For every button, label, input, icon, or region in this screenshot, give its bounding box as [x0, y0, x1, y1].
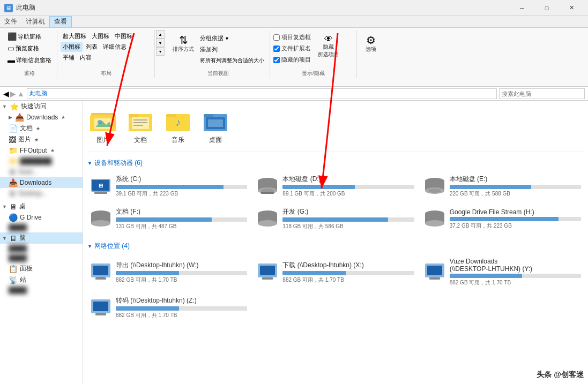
ribbon-btn-detail[interactable]: 详细信息 [101, 42, 129, 52]
panel-icon: 📋 [9, 265, 18, 273]
menu-file[interactable]: 文件 [0, 16, 21, 27]
sidebar-item-blurred-2[interactable]: ████ [0, 223, 83, 232]
drive-y-bar-container [450, 274, 581, 278]
up-button[interactable]: ▲ [17, 89, 25, 98]
drive-w-size: 882 GB 可用，共 1.70 TB [116, 276, 247, 284]
layout-scroll-expand[interactable]: ▾ [156, 47, 165, 56]
sidebar-item-blurred-desk[interactable]: 🖥 Desk... [0, 167, 83, 177]
checkbox-item-checkbox-input[interactable] [273, 34, 280, 41]
back-button[interactable]: ◀ [3, 89, 9, 98]
devices-section-header[interactable]: 设备和驱动器 (6) [87, 156, 584, 170]
menu-computer[interactable]: 计算机 [21, 16, 49, 27]
folder-pictures[interactable]: 图片 [87, 105, 118, 147]
folder-music[interactable]: ♪ 音乐 [162, 105, 193, 147]
options-icon: ⚙ [366, 35, 376, 46]
drive-g-name: 开发 (G:) [282, 207, 414, 216]
search-input[interactable] [499, 88, 585, 99]
drive-f-icon [90, 209, 111, 229]
sidebar-item-documents[interactable]: 📄 文档 ★ [0, 123, 83, 134]
svg-rect-9 [129, 114, 138, 117]
ribbon-btn-content[interactable]: 内容 [78, 52, 94, 63]
drive-h-name: Google Drive File Stream (H:) [450, 208, 581, 216]
ribbon-btn-details-pane[interactable]: ▬详细信息窗格 [5, 55, 54, 65]
svg-rect-18 [204, 114, 213, 117]
drive-c-icon: ⊞ [90, 177, 111, 196]
sidebar-item-blurred-desktop[interactable]: 🖥 Desktop... [0, 188, 83, 199]
folder-documents[interactable]: 文档 [125, 105, 156, 147]
checkbox-file-ext[interactable]: 文件扩展名 [273, 44, 311, 52]
sidebar-item-blurred-3[interactable]: ████ [0, 244, 83, 253]
drive-c-name: 系统 (C:) [116, 175, 247, 184]
network-grid: 导出 (\\Desktop-lhtuhkn) (W:) 882 GB 可用，共 … [87, 253, 584, 324]
minimize-button[interactable]: ─ [510, 0, 534, 16]
address-path[interactable]: 此电脑 [27, 88, 497, 99]
svg-rect-13 [133, 125, 143, 126]
folder-music-icon: ♪ [165, 108, 191, 133]
drive-c[interactable]: ⊞ 系统 (C:) 39.1 GB 可用，共 223 GB [87, 172, 250, 200]
checkbox-item-checkbox[interactable]: 项目复选框 [273, 33, 311, 41]
network-section-header[interactable]: 网络位置 (4) [87, 239, 584, 253]
sidebar-item-blurred-5[interactable]: ████ [0, 285, 83, 295]
ribbon-btn-fit-cols[interactable]: 将所有列调整为合适的大小 [198, 56, 266, 65]
drive-x-bar-container [282, 271, 414, 275]
sidebar-item-desktop-section[interactable]: ▼ 🖥 桌 [0, 201, 83, 212]
drive-e[interactable]: 本地磁盘 (E:) 220 GB 可用，共 588 GB [421, 172, 584, 200]
drive-w-bar [116, 271, 179, 275]
drive-w-bar-container [116, 271, 247, 275]
ribbon-btn-preview-pane[interactable]: ▭预览窗格 [5, 43, 54, 54]
main-layout: ▼ ⭐ 快速访问 ▶ 📥 Downloads ★ 📄 文档 ★ 🖼 图片 ★ 📁… [0, 101, 588, 384]
ribbon-btn-options[interactable]: ⚙ 选项 [360, 33, 382, 55]
devices-grid: ⊞ 系统 (C:) 39.1 GB 可用，共 223 GB 本地磁盘 (D:) [87, 170, 584, 235]
sidebar-item-blurred-4[interactable]: ████ [0, 253, 83, 263]
ribbon-btn-medium-icon[interactable]: 中图标 [113, 31, 135, 41]
maximize-button[interactable]: □ [534, 0, 559, 16]
checkbox-file-ext-input[interactable] [273, 46, 280, 52]
drive-g[interactable]: 开发 (G:) 118 GB 可用，共 586 GB [254, 205, 416, 233]
drive-y[interactable]: Vuze Downloads(\\DESKTOP-LHTUHKN) (Y:) 8… [421, 255, 584, 289]
drive-e-size: 220 GB 可用，共 588 GB [450, 190, 581, 198]
ribbon-btn-huge-icon[interactable]: 超大图标 [61, 31, 88, 41]
show-hide-group-title: 显示/隐藏 [273, 69, 353, 77]
ribbon-btn-large-icon[interactable]: 大图标 [90, 31, 111, 41]
ribbon-btn-sort[interactable]: ⇅ 排序方式 [170, 33, 197, 55]
sidebar-item-station[interactable]: 📡 站 [0, 274, 83, 285]
sidebar-item-quick-access[interactable]: ▼ ⭐ 快速访问 [0, 101, 83, 112]
star-icon: ⭐ [10, 102, 19, 111]
layout-scroll-up[interactable]: ▲ [156, 30, 165, 39]
drive-g-bar-container [282, 217, 414, 222]
sidebar-item-blurred-1[interactable]: 📁 ███████ [0, 156, 83, 167]
forward-button[interactable]: ▶ [10, 89, 16, 98]
drive-z[interactable]: 转码 (\\Desktop-lhtuhkn) (Z:) 882 GB 可用，共 … [87, 293, 250, 322]
ribbon-btn-list[interactable]: 列表 [84, 42, 100, 52]
checkbox-hidden-items-input[interactable] [273, 57, 280, 63]
ribbon-btn-hide-selected[interactable]: 👁 隐藏 所选项目 [315, 33, 342, 60]
sidebar-item-downloads-2[interactable]: 📥 Downloads [0, 177, 83, 188]
drive-d-icon [257, 177, 278, 196]
close-button[interactable]: ✕ [559, 0, 584, 16]
svg-rect-55 [95, 313, 106, 315]
ribbon-btn-small-icon[interactable]: 小图标 [61, 42, 83, 52]
drive-x[interactable]: 下载 (\\Desktop-lhtuhkn) (X:) 882 GB 可用，共 … [254, 255, 416, 289]
ribbon-btn-group-by[interactable]: 分组依据 ▼ [198, 33, 266, 43]
ribbon-btn-nav-pane[interactable]: ⬛导航窗格 [5, 31, 54, 42]
ribbon-btn-tile[interactable]: 平铺 [61, 52, 77, 63]
drive-f[interactable]: 文档 (F:) 131 GB 可用，共 487 GB [87, 205, 250, 233]
checkbox-hidden-items[interactable]: 隐藏的项目 [273, 56, 311, 64]
sidebar-item-this-pc[interactable]: ▼ 🖥 脑 [0, 232, 83, 244]
drive-h[interactable]: Google Drive File Stream (H:) 37.2 GB 可用… [421, 205, 584, 233]
layout-scroll-down[interactable]: ▼ [156, 39, 165, 47]
drive-w[interactable]: 导出 (\\Desktop-lhtuhkn) (W:) 882 GB 可用，共 … [87, 255, 250, 289]
folder-desktop[interactable]: 桌面 [200, 105, 231, 147]
sidebar-item-gdrive[interactable]: 🔵 G Drive [0, 212, 83, 223]
window-controls: ─ □ ✕ [510, 0, 584, 16]
ribbon-btn-add-col[interactable]: 添加列 [198, 44, 266, 55]
folder-documents-icon [128, 108, 153, 133]
menu-view[interactable]: 查看 [49, 16, 72, 27]
drive-h-size: 37.2 GB 可用，共 223 GB [450, 222, 581, 230]
sidebar-item-ffoutput[interactable]: 📁 FFOutput ★ [0, 145, 83, 156]
drive-d-info: 本地磁盘 (D:) 89.1 GB 可用，共 200 GB [282, 175, 414, 198]
sidebar-item-pictures[interactable]: 🖼 图片 ★ [0, 134, 83, 145]
sidebar-item-downloads-1[interactable]: ▶ 📥 Downloads ★ [0, 112, 83, 123]
drive-d[interactable]: 本地磁盘 (D:) 89.1 GB 可用，共 200 GB [254, 172, 416, 200]
sidebar-item-control-panel[interactable]: 📋 面板 [0, 263, 83, 274]
